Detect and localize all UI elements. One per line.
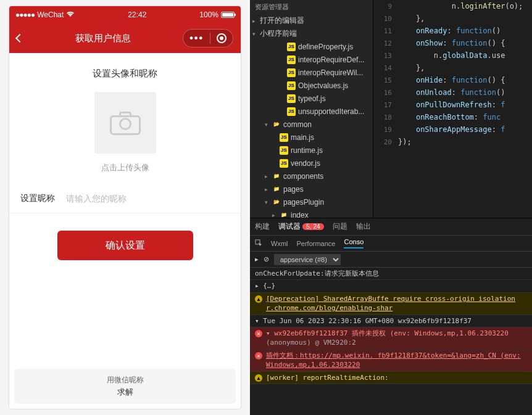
tab-problems[interactable]: 问题: [333, 221, 347, 232]
subtab-performance[interactable]: Performance: [297, 240, 336, 247]
tree-item[interactable]: JSmain.js: [250, 131, 373, 144]
code-line[interactable]: 14 },: [373, 62, 532, 74]
code-line[interactable]: 12 onShow: function() {: [373, 37, 532, 49]
inspect-icon[interactable]: [255, 239, 262, 248]
console-log-warn[interactable]: ▲[Deprecation] SharedArrayBuffe require …: [250, 293, 532, 315]
context-select[interactable]: appservice (#8): [274, 254, 341, 265]
tree-item[interactable]: ▸📁index: [250, 208, 373, 218]
code-line[interactable]: 20});: [373, 136, 532, 148]
heading: 设置头像和昵称: [93, 68, 157, 80]
explorer-title: 资源管理器: [250, 0, 373, 14]
phone-frame: ●●●●● WeChat 22:42 100% 获取用户信息 ••• 设置头像和: [9, 6, 241, 409]
nickname-label: 设置昵称: [20, 193, 55, 204]
error-icon: ✕: [255, 330, 262, 337]
console-log-error[interactable]: ✕▾ wx92eb6fb9f1218f37 插件未授权 (env: Window…: [250, 327, 532, 350]
carrier-label: WeChat: [37, 10, 64, 19]
console-log-error[interactable]: ✕插件文档：https://mp.weixin. fb9f1218f37&tok…: [250, 350, 532, 372]
tree-item[interactable]: JSdefineProperty.js: [250, 40, 373, 53]
tree-item[interactable]: JSinteropRequireDef...: [250, 53, 373, 66]
nickname-row: 设置昵称: [9, 184, 241, 213]
console-output[interactable]: onCheckForUpdate:请求完新版本信息▸ {…}▲[Deprecat…: [250, 268, 532, 415]
tree-item[interactable]: JSObjectvalues.js: [250, 79, 373, 92]
tree-item[interactable]: JSinteropRequireWil...: [250, 66, 373, 79]
tab-output[interactable]: 输出: [356, 221, 371, 232]
code-line[interactable]: 9 n.loginAfter(o);: [373, 0, 532, 12]
upload-hint: 点击上传头像: [101, 162, 149, 173]
subtab-wxml[interactable]: Wxml: [271, 240, 288, 247]
tree-item[interactable]: JSunsupportedIterab...: [250, 105, 373, 118]
wechat-nickname-value: 求解: [20, 387, 230, 398]
tree-item[interactable]: JSruntime.js: [250, 144, 373, 157]
wifi-icon: [66, 10, 75, 19]
wechat-nickname-panel[interactable]: 用微信昵称 求解: [14, 369, 236, 404]
console-log-warn[interactable]: ▲[worker] reportRealtimeAction:: [250, 372, 532, 384]
avatar-upload-button[interactable]: [94, 92, 156, 154]
code-line[interactable]: 10 },: [373, 12, 532, 25]
tree-section[interactable]: ▾小程序前端: [250, 27, 373, 40]
nickname-input[interactable]: [66, 194, 230, 203]
tab-build[interactable]: 构建: [255, 221, 270, 232]
ide-panel: 资源管理器 ▸打开的编辑器 ▾小程序前端 JSdefineProperty.js…: [250, 0, 532, 415]
battery-icon: [221, 12, 235, 18]
play-icon[interactable]: ▸: [255, 255, 259, 263]
menu-icon[interactable]: •••: [189, 33, 204, 44]
warning-icon: ▲: [255, 295, 262, 303]
error-badge: 5, 24: [302, 223, 323, 230]
code-line[interactable]: 19 onShareAppMessage: f: [373, 123, 532, 136]
console-log-info[interactable]: ▾ Tue Jun 06 2023 22:30:16 GMT+080 wx92e…: [250, 315, 532, 327]
code-line[interactable]: 17 onPullDownRefresh: f: [373, 99, 532, 111]
close-target-icon[interactable]: [217, 33, 227, 43]
console-toolbar: ▸ ⊘ appservice (#8): [250, 252, 532, 268]
capsule-menu[interactable]: •••: [183, 29, 233, 47]
code-editor[interactable]: 9 n.loginAfter(o);10 },11 onReady: funct…: [373, 0, 532, 218]
status-time: 22:42: [75, 10, 199, 19]
code-line[interactable]: 13 n.globalData.use: [373, 49, 532, 62]
code-line[interactable]: 11 onReady: function(): [373, 25, 532, 37]
file-explorer[interactable]: 资源管理器 ▸打开的编辑器 ▾小程序前端 JSdefineProperty.js…: [250, 0, 373, 218]
subtab-console[interactable]: Conso: [344, 238, 364, 249]
tree-section[interactable]: ▸打开的编辑器: [250, 14, 373, 27]
tree-item[interactable]: JSvendor.js: [250, 157, 373, 170]
signal-dots: ●●●●●: [15, 10, 35, 19]
page-content: 设置头像和昵称 点击上传头像 设置昵称 确认设置 用微信昵称 求解: [9, 53, 241, 409]
page-title: 获取用户信息: [23, 33, 183, 44]
tree-item[interactable]: ▸📁pages: [250, 183, 373, 195]
confirm-button[interactable]: 确认设置: [57, 231, 193, 260]
console-log-info[interactable]: onCheckForUpdate:请求完新版本信息: [250, 268, 532, 280]
tree-item[interactable]: ▸📁components: [250, 170, 373, 183]
tree-item[interactable]: JStypeof.js: [250, 92, 373, 105]
code-line[interactable]: 15 onHide: function() {: [373, 74, 532, 86]
devtools-tabs: 构建 调试器 5, 24 问题 输出: [250, 218, 532, 236]
wechat-nickname-label: 用微信昵称: [20, 375, 230, 385]
phone-emulator: ●●●●● WeChat 22:42 100% 获取用户信息 ••• 设置头像和: [0, 0, 250, 415]
clear-icon[interactable]: ⊘: [264, 255, 269, 263]
warning-icon: ▲: [255, 374, 262, 382]
error-icon: ✕: [255, 352, 262, 360]
code-line[interactable]: 18 onReachBottom: func: [373, 111, 532, 123]
status-bar: ●●●●● WeChat 22:42 100%: [9, 6, 241, 23]
tree-item[interactable]: ▾📂pagesPlugin: [250, 195, 373, 208]
camera-icon: [110, 110, 141, 135]
code-line[interactable]: 16 onUnload: function(): [373, 86, 532, 99]
nav-bar: 获取用户信息 •••: [9, 23, 241, 53]
tab-debugger[interactable]: 调试器 5, 24: [278, 221, 324, 232]
tree-item[interactable]: ▾📂common: [250, 118, 373, 131]
debugger-subtabs: Wxml Performance Conso: [250, 236, 532, 252]
console-log-info[interactable]: ▸ {…}: [250, 280, 532, 292]
devtools-panel: 构建 调试器 5, 24 问题 输出 Wxml Performance Cons…: [250, 218, 532, 415]
battery-percent: 100%: [199, 10, 218, 19]
